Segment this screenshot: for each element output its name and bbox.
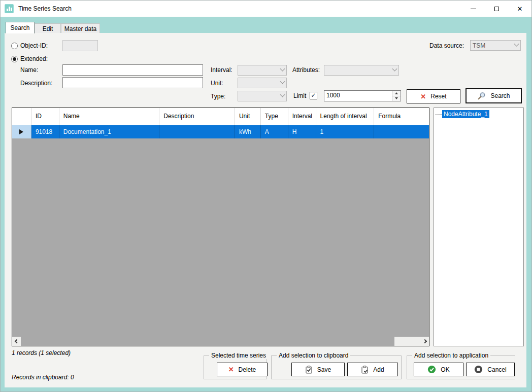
check-mark-icon: ✓: [311, 92, 316, 98]
scroll-right-button[interactable]: [420, 337, 429, 346]
add-button[interactable]: Add: [347, 363, 398, 376]
limit-label: Limit: [293, 92, 306, 99]
app-bar-chart-icon: [5, 4, 14, 13]
attributes-label: Attributes:: [292, 66, 320, 74]
cell-description[interactable]: [159, 125, 235, 138]
column-header-unit[interactable]: Unit: [235, 108, 261, 125]
data-source-dropdown: TSM: [470, 40, 521, 51]
table-row[interactable]: 91018 Documentation_1 kWh A H 1: [12, 125, 429, 138]
object-id-radio[interactable]: [11, 43, 18, 49]
minimize-icon: [471, 9, 476, 9]
red-x-icon: ✕: [420, 93, 426, 100]
column-header-interval[interactable]: Interval: [288, 108, 316, 125]
chevron-left-icon: [14, 339, 18, 343]
time-series-search-window: Time Series Search ✕ Search Edit Master …: [0, 0, 532, 392]
column-header-id[interactable]: ID: [31, 108, 59, 125]
reset-button-label: Reset: [430, 93, 446, 100]
name-label: Name:: [20, 66, 38, 74]
chevron-down-icon: [392, 66, 397, 72]
maximize-icon: [494, 7, 499, 11]
group-add-to-application: Add selection to application OK Cancel: [407, 355, 515, 379]
group-add-to-clipboard: Add selection to clipboard Save Add: [271, 355, 402, 379]
spinner-up-button[interactable]: [392, 91, 401, 96]
chevron-down-icon: [280, 79, 285, 84]
tree-item-node-attribute[interactable]: NodeAttribute_1: [435, 110, 522, 118]
maximize-button[interactable]: [485, 1, 508, 17]
reset-button[interactable]: ✕ Reset: [407, 89, 460, 103]
cell-length-of-interval[interactable]: 1: [316, 125, 375, 138]
column-header-type[interactable]: Type: [261, 108, 288, 125]
table-header-row: ID Name Description Unit Type Interval L…: [12, 108, 429, 125]
row-header-column: [12, 108, 31, 125]
spinner-down-button[interactable]: [392, 96, 401, 101]
tab-edit-label: Edit: [43, 25, 53, 32]
empty-grid-area: [12, 138, 429, 337]
clipboard-add-check-icon: [361, 366, 369, 374]
description-input[interactable]: [62, 77, 203, 88]
attributes-tree-panel: NodeAttribute_1: [434, 108, 524, 346]
data-source-label: Data source:: [429, 42, 464, 49]
scroll-left-button[interactable]: [12, 337, 21, 346]
description-label: Description:: [20, 80, 52, 87]
column-header-formula[interactable]: Formula: [374, 108, 429, 125]
type-label: Type:: [211, 93, 225, 100]
current-row-arrow-icon: [19, 129, 23, 134]
interval-dropdown[interactable]: [238, 65, 287, 76]
tab-search[interactable]: Search: [6, 22, 35, 33]
tab-search-label: Search: [10, 24, 29, 31]
scrollbar-thumb[interactable]: [21, 337, 394, 346]
unit-dropdown[interactable]: [238, 78, 287, 88]
tab-master-data[interactable]: Master data: [61, 23, 100, 33]
tree-item-label[interactable]: NodeAttribute_1: [442, 110, 489, 118]
row-indicator-cell[interactable]: [12, 125, 31, 138]
tree-connector: [435, 114, 442, 115]
extended-label: Extended:: [20, 55, 48, 62]
interval-label: Interval:: [211, 66, 232, 74]
attributes-dropdown[interactable]: [324, 65, 399, 76]
add-button-label: Add: [373, 366, 384, 373]
name-input[interactable]: [62, 64, 203, 76]
chevron-down-icon: [280, 92, 285, 97]
column-header-length-of-interval[interactable]: Length of interval: [316, 108, 375, 125]
chevron-right-icon: [422, 339, 426, 343]
close-button[interactable]: ✕: [508, 1, 531, 17]
ok-button-label: OK: [441, 366, 449, 373]
ok-button[interactable]: OK: [414, 363, 463, 376]
group-selected-time-series-title: Selected time series: [209, 352, 268, 359]
cancel-button[interactable]: Cancel: [466, 363, 515, 376]
limit-checkbox[interactable]: ✓: [310, 92, 317, 99]
group-selected-time-series: Selected time series ✕ Delete: [204, 355, 267, 379]
close-icon: ✕: [517, 6, 523, 12]
column-header-description[interactable]: Description: [159, 108, 235, 125]
object-id-label: Object-ID:: [20, 42, 48, 49]
cell-unit[interactable]: kWh: [235, 125, 261, 138]
scrollbar-track[interactable]: [394, 337, 420, 346]
cell-id[interactable]: 91018: [31, 125, 59, 138]
cell-type[interactable]: A: [261, 125, 288, 138]
clipboard-check-icon: [305, 366, 313, 374]
cell-interval[interactable]: H: [288, 125, 316, 138]
horizontal-scrollbar[interactable]: [12, 337, 429, 346]
results-table: ID Name Description Unit Type Interval L…: [12, 108, 429, 346]
limit-spinner[interactable]: 1000: [324, 90, 401, 101]
tab-edit[interactable]: Edit: [35, 23, 61, 33]
cell-formula[interactable]: [374, 125, 429, 138]
records-status: 1 records (1 selected): [12, 349, 71, 357]
unit-label: Unit:: [211, 80, 223, 87]
red-x-icon: ✕: [228, 366, 234, 373]
delete-button-label: Delete: [239, 366, 256, 373]
window-title: Time Series Search: [18, 5, 72, 12]
search-button[interactable]: Search: [466, 88, 522, 103]
type-dropdown[interactable]: [238, 91, 287, 101]
cell-name[interactable]: Documentation_1: [59, 125, 160, 138]
limit-value[interactable]: 1000: [324, 91, 392, 101]
save-button[interactable]: Save: [291, 363, 345, 376]
save-button-label: Save: [317, 366, 331, 373]
column-header-name[interactable]: Name: [59, 108, 160, 125]
arrow-up-icon: [395, 92, 398, 94]
extended-radio[interactable]: [11, 56, 18, 62]
minimize-button[interactable]: [461, 1, 485, 17]
delete-button[interactable]: ✕ Delete: [217, 363, 268, 376]
tab-control: Search Edit Master data Object-ID: Exten…: [1, 17, 531, 391]
tab-master-data-label: Master data: [64, 25, 96, 32]
